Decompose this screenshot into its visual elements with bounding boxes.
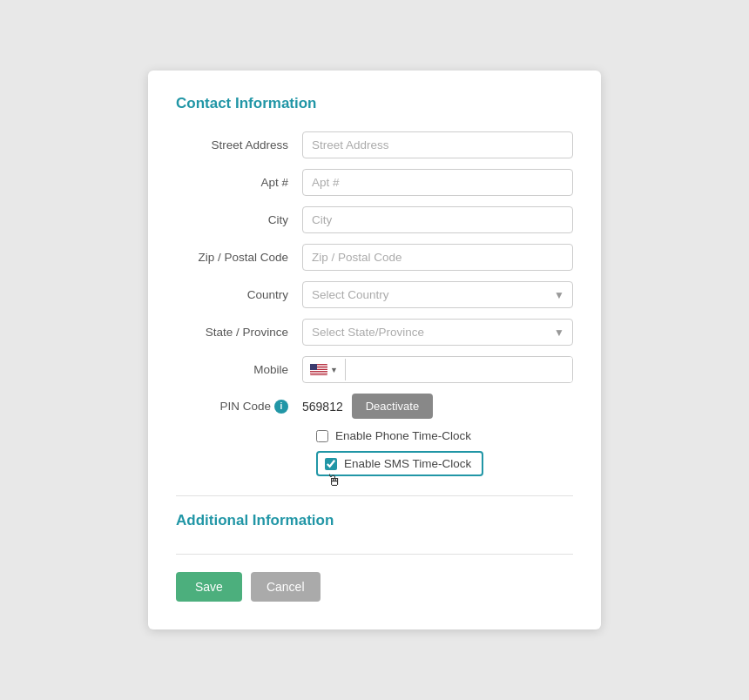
country-label: Country (176, 288, 302, 301)
state-group: State / Province Select State/Province ▼ (176, 319, 573, 346)
save-button[interactable]: Save (176, 572, 242, 602)
country-select-wrapper: Select Country ▼ (302, 281, 573, 308)
city-input[interactable] (302, 206, 573, 233)
country-group: Country Select Country ▼ (176, 281, 573, 308)
apt-input[interactable] (302, 169, 573, 196)
cancel-button[interactable]: Cancel (251, 572, 321, 602)
contact-section-title: Contact Information (176, 95, 573, 112)
zip-group: Zip / Postal Code (176, 244, 573, 271)
cursor-icon: 🖱 (327, 472, 342, 490)
sms-timeclock-group: Enable SMS Time-Clock 🖱 (176, 451, 573, 476)
additional-section: Additional Information (176, 512, 573, 529)
state-select-wrapper: Select State/Province ▼ (302, 319, 573, 346)
phone-flag-selector[interactable]: ▼ (303, 359, 346, 380)
street-address-label: Street Address (176, 138, 302, 151)
phone-number-input[interactable]: +1 (570) 428-4538 (346, 357, 572, 382)
section-divider (176, 495, 573, 496)
pin-info-icon[interactable]: i (274, 400, 288, 414)
state-label: State / Province (176, 326, 302, 339)
pin-value-group: 569812 Deactivate (302, 394, 573, 419)
zip-label: Zip / Postal Code (176, 251, 302, 264)
footer-actions: Save Cancel (176, 572, 573, 602)
apt-group: Apt # (176, 169, 573, 196)
phone-input-group: ▼ +1 (570) 428-4538 (302, 356, 573, 383)
footer-divider (176, 554, 573, 555)
phone-timeclock-label[interactable]: Enable Phone Time-Clock (335, 429, 471, 442)
pin-value: 569812 (302, 400, 343, 414)
country-select[interactable]: Select Country (302, 281, 573, 308)
deactivate-button[interactable]: Deactivate (352, 394, 433, 419)
contact-section: Contact Information Street Address Apt #… (176, 95, 573, 476)
mobile-label: Mobile (176, 363, 302, 376)
pin-group: PIN Code i 569812 Deactivate (176, 394, 573, 419)
apt-label: Apt # (176, 176, 302, 189)
zip-input[interactable] (302, 244, 573, 271)
contact-form-card: Contact Information Street Address Apt #… (148, 71, 601, 629)
city-group: City (176, 206, 573, 233)
flag-chevron-down-icon: ▼ (330, 366, 338, 374)
street-address-input[interactable] (302, 131, 573, 158)
sms-timeclock-wrapper[interactable]: Enable SMS Time-Clock 🖱 (316, 451, 483, 476)
city-label: City (176, 213, 302, 226)
us-flag-icon (310, 364, 327, 375)
state-select[interactable]: Select State/Province (302, 319, 573, 346)
additional-section-title: Additional Information (176, 512, 573, 529)
pin-label: PIN Code i (176, 400, 302, 414)
mobile-group: Mobile ▼ +1 (570) 428-4538 (176, 356, 573, 383)
phone-timeclock-group: Enable Phone Time-Clock (176, 429, 573, 442)
sms-timeclock-label[interactable]: Enable SMS Time-Clock (344, 457, 471, 470)
sms-timeclock-checkbox[interactable] (325, 458, 337, 470)
street-address-group: Street Address (176, 131, 573, 158)
phone-timeclock-checkbox[interactable] (316, 430, 328, 442)
